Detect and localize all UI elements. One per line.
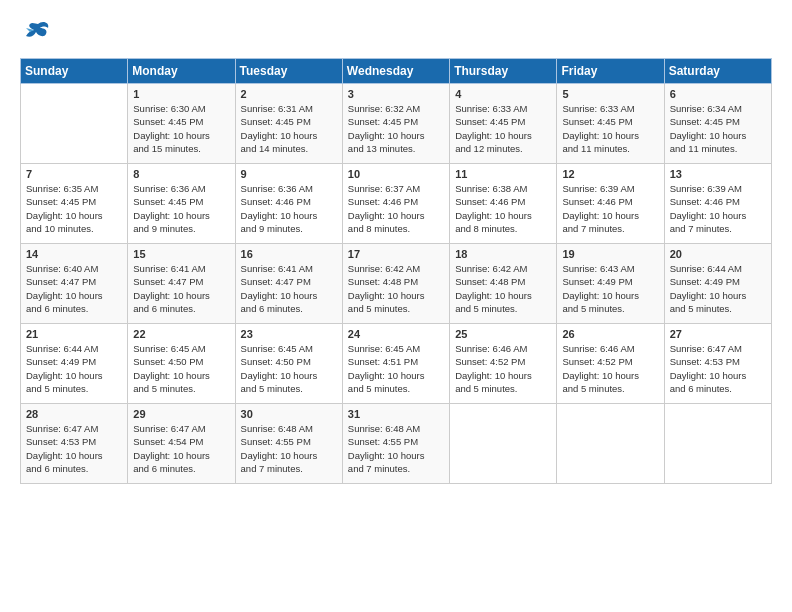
day-info: Sunrise: 6:34 AM Sunset: 4:45 PM Dayligh… <box>670 102 766 155</box>
day-info: Sunrise: 6:44 AM Sunset: 4:49 PM Dayligh… <box>670 262 766 315</box>
calendar-cell <box>557 404 664 484</box>
calendar-cell: 25Sunrise: 6:46 AM Sunset: 4:52 PM Dayli… <box>450 324 557 404</box>
calendar-cell: 23Sunrise: 6:45 AM Sunset: 4:50 PM Dayli… <box>235 324 342 404</box>
day-number: 3 <box>348 88 444 100</box>
calendar-cell: 16Sunrise: 6:41 AM Sunset: 4:47 PM Dayli… <box>235 244 342 324</box>
day-info: Sunrise: 6:38 AM Sunset: 4:46 PM Dayligh… <box>455 182 551 235</box>
day-number: 28 <box>26 408 122 420</box>
calendar-cell: 13Sunrise: 6:39 AM Sunset: 4:46 PM Dayli… <box>664 164 771 244</box>
day-number: 12 <box>562 168 658 180</box>
day-number: 9 <box>241 168 337 180</box>
day-number: 11 <box>455 168 551 180</box>
calendar-cell: 12Sunrise: 6:39 AM Sunset: 4:46 PM Dayli… <box>557 164 664 244</box>
day-info: Sunrise: 6:47 AM Sunset: 4:53 PM Dayligh… <box>26 422 122 475</box>
day-info: Sunrise: 6:39 AM Sunset: 4:46 PM Dayligh… <box>562 182 658 235</box>
calendar-cell: 22Sunrise: 6:45 AM Sunset: 4:50 PM Dayli… <box>128 324 235 404</box>
calendar-day-header: Tuesday <box>235 59 342 84</box>
calendar-cell: 24Sunrise: 6:45 AM Sunset: 4:51 PM Dayli… <box>342 324 449 404</box>
calendar-cell: 5Sunrise: 6:33 AM Sunset: 4:45 PM Daylig… <box>557 84 664 164</box>
calendar-cell: 9Sunrise: 6:36 AM Sunset: 4:46 PM Daylig… <box>235 164 342 244</box>
calendar-cell: 19Sunrise: 6:43 AM Sunset: 4:49 PM Dayli… <box>557 244 664 324</box>
calendar-header-row: SundayMondayTuesdayWednesdayThursdayFrid… <box>21 59 772 84</box>
day-number: 23 <box>241 328 337 340</box>
day-info: Sunrise: 6:37 AM Sunset: 4:46 PM Dayligh… <box>348 182 444 235</box>
calendar-cell: 14Sunrise: 6:40 AM Sunset: 4:47 PM Dayli… <box>21 244 128 324</box>
day-info: Sunrise: 6:33 AM Sunset: 4:45 PM Dayligh… <box>562 102 658 155</box>
day-info: Sunrise: 6:33 AM Sunset: 4:45 PM Dayligh… <box>455 102 551 155</box>
calendar-cell: 28Sunrise: 6:47 AM Sunset: 4:53 PM Dayli… <box>21 404 128 484</box>
day-info: Sunrise: 6:46 AM Sunset: 4:52 PM Dayligh… <box>562 342 658 395</box>
day-info: Sunrise: 6:36 AM Sunset: 4:45 PM Dayligh… <box>133 182 229 235</box>
day-number: 22 <box>133 328 229 340</box>
day-info: Sunrise: 6:44 AM Sunset: 4:49 PM Dayligh… <box>26 342 122 395</box>
calendar-cell: 6Sunrise: 6:34 AM Sunset: 4:45 PM Daylig… <box>664 84 771 164</box>
day-number: 31 <box>348 408 444 420</box>
day-number: 8 <box>133 168 229 180</box>
day-info: Sunrise: 6:45 AM Sunset: 4:50 PM Dayligh… <box>241 342 337 395</box>
day-number: 16 <box>241 248 337 260</box>
day-info: Sunrise: 6:42 AM Sunset: 4:48 PM Dayligh… <box>455 262 551 315</box>
calendar-day-header: Sunday <box>21 59 128 84</box>
calendar-cell <box>450 404 557 484</box>
day-number: 25 <box>455 328 551 340</box>
calendar-cell: 30Sunrise: 6:48 AM Sunset: 4:55 PM Dayli… <box>235 404 342 484</box>
day-info: Sunrise: 6:40 AM Sunset: 4:47 PM Dayligh… <box>26 262 122 315</box>
calendar-cell: 7Sunrise: 6:35 AM Sunset: 4:45 PM Daylig… <box>21 164 128 244</box>
calendar-week-row: 1Sunrise: 6:30 AM Sunset: 4:45 PM Daylig… <box>21 84 772 164</box>
calendar-cell: 20Sunrise: 6:44 AM Sunset: 4:49 PM Dayli… <box>664 244 771 324</box>
day-number: 19 <box>562 248 658 260</box>
day-number: 15 <box>133 248 229 260</box>
calendar-day-header: Thursday <box>450 59 557 84</box>
calendar-cell: 3Sunrise: 6:32 AM Sunset: 4:45 PM Daylig… <box>342 84 449 164</box>
day-number: 21 <box>26 328 122 340</box>
calendar-cell: 21Sunrise: 6:44 AM Sunset: 4:49 PM Dayli… <box>21 324 128 404</box>
day-info: Sunrise: 6:47 AM Sunset: 4:53 PM Dayligh… <box>670 342 766 395</box>
day-number: 30 <box>241 408 337 420</box>
calendar-week-row: 21Sunrise: 6:44 AM Sunset: 4:49 PM Dayli… <box>21 324 772 404</box>
calendar-day-header: Saturday <box>664 59 771 84</box>
day-number: 27 <box>670 328 766 340</box>
day-number: 7 <box>26 168 122 180</box>
calendar-cell: 10Sunrise: 6:37 AM Sunset: 4:46 PM Dayli… <box>342 164 449 244</box>
calendar-table: SundayMondayTuesdayWednesdayThursdayFrid… <box>20 58 772 484</box>
page-header <box>20 20 772 48</box>
day-info: Sunrise: 6:30 AM Sunset: 4:45 PM Dayligh… <box>133 102 229 155</box>
day-info: Sunrise: 6:41 AM Sunset: 4:47 PM Dayligh… <box>133 262 229 315</box>
day-number: 10 <box>348 168 444 180</box>
logo <box>20 20 56 48</box>
calendar-body: 1Sunrise: 6:30 AM Sunset: 4:45 PM Daylig… <box>21 84 772 484</box>
day-info: Sunrise: 6:46 AM Sunset: 4:52 PM Dayligh… <box>455 342 551 395</box>
calendar-cell: 18Sunrise: 6:42 AM Sunset: 4:48 PM Dayli… <box>450 244 557 324</box>
day-number: 14 <box>26 248 122 260</box>
calendar-cell: 26Sunrise: 6:46 AM Sunset: 4:52 PM Dayli… <box>557 324 664 404</box>
day-info: Sunrise: 6:48 AM Sunset: 4:55 PM Dayligh… <box>241 422 337 475</box>
day-number: 13 <box>670 168 766 180</box>
day-number: 29 <box>133 408 229 420</box>
calendar-cell: 2Sunrise: 6:31 AM Sunset: 4:45 PM Daylig… <box>235 84 342 164</box>
day-number: 20 <box>670 248 766 260</box>
calendar-cell <box>664 404 771 484</box>
day-info: Sunrise: 6:41 AM Sunset: 4:47 PM Dayligh… <box>241 262 337 315</box>
day-info: Sunrise: 6:31 AM Sunset: 4:45 PM Dayligh… <box>241 102 337 155</box>
calendar-day-header: Friday <box>557 59 664 84</box>
day-number: 26 <box>562 328 658 340</box>
day-number: 24 <box>348 328 444 340</box>
day-number: 18 <box>455 248 551 260</box>
calendar-week-row: 28Sunrise: 6:47 AM Sunset: 4:53 PM Dayli… <box>21 404 772 484</box>
day-number: 2 <box>241 88 337 100</box>
day-info: Sunrise: 6:36 AM Sunset: 4:46 PM Dayligh… <box>241 182 337 235</box>
day-info: Sunrise: 6:42 AM Sunset: 4:48 PM Dayligh… <box>348 262 444 315</box>
calendar-cell: 15Sunrise: 6:41 AM Sunset: 4:47 PM Dayli… <box>128 244 235 324</box>
calendar-day-header: Monday <box>128 59 235 84</box>
calendar-cell: 29Sunrise: 6:47 AM Sunset: 4:54 PM Dayli… <box>128 404 235 484</box>
day-number: 6 <box>670 88 766 100</box>
calendar-cell: 17Sunrise: 6:42 AM Sunset: 4:48 PM Dayli… <box>342 244 449 324</box>
calendar-week-row: 7Sunrise: 6:35 AM Sunset: 4:45 PM Daylig… <box>21 164 772 244</box>
calendar-cell: 27Sunrise: 6:47 AM Sunset: 4:53 PM Dayli… <box>664 324 771 404</box>
day-info: Sunrise: 6:32 AM Sunset: 4:45 PM Dayligh… <box>348 102 444 155</box>
day-number: 5 <box>562 88 658 100</box>
calendar-day-header: Wednesday <box>342 59 449 84</box>
calendar-week-row: 14Sunrise: 6:40 AM Sunset: 4:47 PM Dayli… <box>21 244 772 324</box>
day-number: 17 <box>348 248 444 260</box>
calendar-cell: 1Sunrise: 6:30 AM Sunset: 4:45 PM Daylig… <box>128 84 235 164</box>
